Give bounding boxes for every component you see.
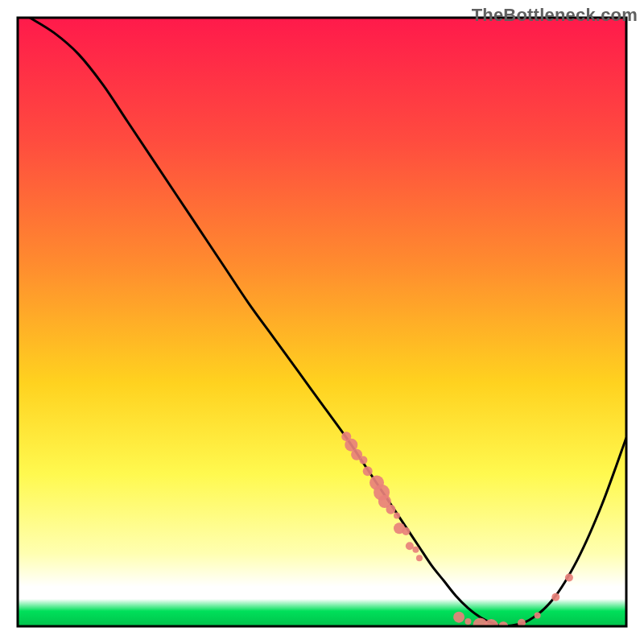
data-point	[406, 542, 414, 550]
gradient-background	[18, 18, 626, 626]
data-point	[402, 527, 410, 535]
data-point	[535, 612, 541, 618]
bottleneck-chart	[0, 0, 644, 644]
data-point	[363, 466, 373, 476]
data-point	[464, 618, 471, 625]
data-point	[416, 555, 423, 561]
plot-area	[18, 18, 626, 634]
data-point	[453, 612, 464, 623]
watermark-text: TheBottleneck.com	[472, 5, 638, 26]
data-point	[565, 574, 573, 582]
data-point	[394, 512, 400, 518]
data-point	[412, 547, 419, 553]
data-point	[386, 505, 395, 514]
data-point	[359, 456, 367, 464]
data-point	[551, 593, 559, 601]
chart-container: TheBottleneck.com	[0, 0, 644, 644]
